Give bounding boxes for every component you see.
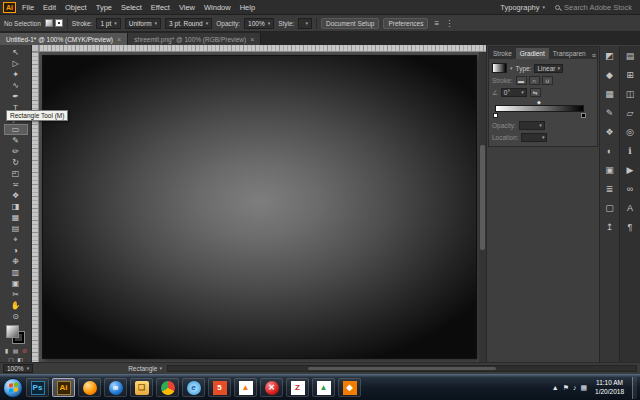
gradient-type-select[interactable]: Linear ▾ xyxy=(534,64,563,73)
paintbrush-tool[interactable]: ✎ xyxy=(4,135,28,146)
gradient-across-stroke-button[interactable]: ∪ xyxy=(542,76,553,85)
paragraph-panel-icon[interactable]: ¶ xyxy=(620,217,640,236)
graphic-style-select[interactable]: ▾ xyxy=(298,18,312,29)
menu-item[interactable]: Effect xyxy=(151,3,170,12)
menu-item[interactable]: Edit xyxy=(43,3,56,12)
scrollbar-thumb[interactable] xyxy=(308,367,495,370)
slice-tool[interactable]: ✂ xyxy=(4,289,28,300)
menu-item[interactable]: Window xyxy=(204,3,231,12)
direct-selection-tool[interactable]: ▷ xyxy=(4,58,28,69)
panel-tab-transparency[interactable]: Transparen xyxy=(549,48,590,59)
photoshop-icon[interactable]: Ps xyxy=(26,378,49,397)
fill-swatch[interactable] xyxy=(45,19,53,27)
zoom-select[interactable]: 100% ▾ xyxy=(3,364,33,373)
none-mode-button[interactable]: ⊘ xyxy=(21,346,29,354)
show-desktop-button[interactable] xyxy=(632,377,637,399)
brush-definition-select[interactable]: 3 pt. Round ▾ xyxy=(165,18,212,29)
gradient-ramp[interactable] xyxy=(495,105,584,112)
rectangle-tool[interactable]: ▭ xyxy=(4,124,28,135)
gradient-within-stroke-button[interactable]: ▬ xyxy=(516,76,527,85)
vlc-icon[interactable]: ▲ xyxy=(234,378,257,397)
shape-builder-tool[interactable]: ◨ xyxy=(4,201,28,212)
color-panel-icon[interactable]: ◩ xyxy=(600,46,619,65)
brushes-panel-icon[interactable]: ✎ xyxy=(600,103,619,122)
tab-shreemit-png[interactable]: shreemit.png* @ 100% (RGB/Preview) × xyxy=(128,33,261,45)
artboards-panel-icon[interactable]: ▢ xyxy=(600,198,619,217)
color-mode-button[interactable]: ▮ xyxy=(3,346,11,354)
tab-close-icon[interactable]: × xyxy=(117,36,121,43)
gradient-tool[interactable]: ▤ xyxy=(4,223,28,234)
mesh-tool[interactable]: ▦ xyxy=(4,212,28,223)
tab-close-icon[interactable]: × xyxy=(250,36,254,43)
tab-untitled-1[interactable]: Untitled-1* @ 100% (CMYK/Preview) × xyxy=(0,33,128,45)
gradient-opacity-select[interactable]: ▾ xyxy=(519,121,545,130)
panel-tab-stroke[interactable]: Stroke xyxy=(489,48,516,59)
menu-item[interactable]: Select xyxy=(121,3,142,12)
pen-tool[interactable]: ✒ xyxy=(4,91,28,102)
orange-app-icon[interactable]: ◆ xyxy=(338,378,361,397)
pencil-tool[interactable]: ✏ xyxy=(4,146,28,157)
chevron-down-icon[interactable]: ▾ xyxy=(510,66,513,71)
appearance-panel-icon[interactable]: ◐ xyxy=(600,141,619,160)
menu-item[interactable]: File xyxy=(22,3,34,12)
scrollbar-thumb[interactable] xyxy=(480,145,485,250)
horizontal-scrollbar[interactable] xyxy=(167,365,637,372)
gradient-thumbnail[interactable] xyxy=(492,63,507,73)
firefox-icon[interactable] xyxy=(78,378,101,397)
menu-item[interactable]: Help xyxy=(240,3,255,12)
symbol-sprayer-tool[interactable]: ❉ xyxy=(4,256,28,267)
hand-tool[interactable]: ✋ xyxy=(4,300,28,311)
illustrator-icon[interactable]: Ai xyxy=(52,378,75,397)
stock-search-field[interactable]: Search Adobe Stock xyxy=(555,3,632,12)
start-button[interactable] xyxy=(3,378,23,398)
column-graph-tool[interactable]: ▥ xyxy=(4,267,28,278)
green-app-icon[interactable]: ▲ xyxy=(312,378,335,397)
gradient-location-select[interactable]: ▾ xyxy=(521,133,547,142)
free-transform-tool[interactable]: ❖ xyxy=(4,190,28,201)
document-canvas[interactable] xyxy=(42,55,477,359)
thunderbird-icon[interactable]: ✉ xyxy=(104,378,127,397)
align-options-icon[interactable]: ≡ xyxy=(432,19,441,28)
eyedropper-tool[interactable]: ⌖ xyxy=(4,234,28,245)
gradient-angle-select[interactable]: 0° ▾ xyxy=(501,88,527,97)
lasso-tool[interactable]: ∿ xyxy=(4,80,28,91)
gradient-mode-button[interactable]: ▤ xyxy=(12,346,20,354)
variable-width-profile-select[interactable]: Uniform ▾ xyxy=(125,18,161,29)
selection-tool[interactable]: ↖ xyxy=(4,47,28,58)
menu-item[interactable]: Type xyxy=(96,3,112,12)
gradient-slider[interactable]: ◆ xyxy=(493,101,593,118)
magic-wand-tool[interactable]: ✦ xyxy=(4,69,28,80)
blend-tool[interactable]: ◑ xyxy=(4,245,28,256)
html5-icon[interactable]: 5 xyxy=(208,378,231,397)
navigator-panel-icon[interactable]: ◎ xyxy=(620,122,640,141)
zoom-tool[interactable]: ⊙ xyxy=(4,311,28,322)
pathfinder-panel-icon[interactable]: ◫ xyxy=(620,84,640,103)
menu-item[interactable]: Object xyxy=(65,3,87,12)
panel-menu-icon[interactable]: ≡ xyxy=(590,52,597,59)
symbols-panel-icon[interactable]: ❖ xyxy=(600,122,619,141)
asset-export-panel-icon[interactable]: ↥ xyxy=(600,217,619,236)
preferences-button[interactable]: Preferences xyxy=(383,18,428,29)
stroke-swatch[interactable] xyxy=(55,19,63,27)
layers-panel-icon[interactable]: ≣ xyxy=(600,179,619,198)
internet-explorer-icon[interactable]: e xyxy=(182,378,205,397)
document-setup-button[interactable]: Document Setup xyxy=(321,18,379,29)
width-tool[interactable]: ≍ xyxy=(4,179,28,190)
align-panel-icon[interactable]: ⊞ xyxy=(620,65,640,84)
info-panel-icon[interactable]: ℹ xyxy=(620,141,640,160)
status-display[interactable]: Rectangle ▾ xyxy=(128,365,162,372)
artboard-tool[interactable]: ▣ xyxy=(4,278,28,289)
explorer-folder-icon[interactable]: ❏ xyxy=(130,378,153,397)
scale-tool[interactable]: ◰ xyxy=(4,168,28,179)
character-panel-icon[interactable]: A xyxy=(620,198,640,217)
gradient-stop-white[interactable] xyxy=(493,113,498,118)
stroke-width-select[interactable]: 1 pt ▾ xyxy=(96,18,120,29)
taskbar-clock[interactable]: 11:10 AM 1/20/2018 xyxy=(591,379,628,396)
menu-item[interactable]: View xyxy=(179,3,195,12)
error-badge-icon[interactable]: ✕ xyxy=(260,378,283,397)
volume-icon[interactable]: ♪ xyxy=(573,384,577,391)
gradient-along-stroke-button[interactable]: ∩ xyxy=(529,76,540,85)
reverse-gradient-button[interactable]: ⇆ xyxy=(530,88,541,97)
chrome-icon[interactable] xyxy=(156,378,179,397)
opacity-select[interactable]: 100% ▾ xyxy=(244,18,274,29)
